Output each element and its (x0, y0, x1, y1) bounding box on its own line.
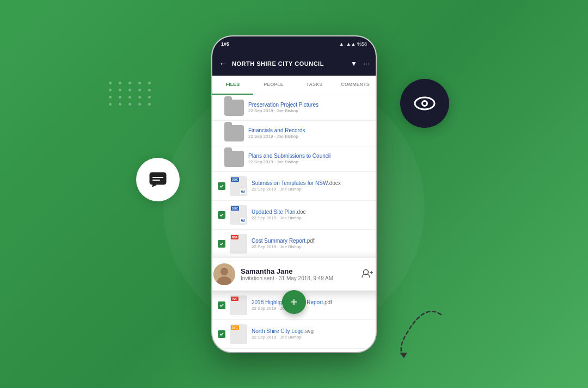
file-info: Financials and Records 22 Sep 2019 · Joe… (248, 127, 370, 139)
svg-icon: SVG (230, 324, 247, 344)
list-item[interactable]: PDF Cost Summary Report.pdf 22 Sep 2019 … (212, 230, 376, 258)
invitation-actions (362, 268, 376, 280)
filter-icon[interactable]: ▼ (351, 60, 357, 67)
message-bubble (136, 158, 180, 201)
svg-point-7 (220, 268, 228, 275)
file-info: Cost Summary Report.pdf 22 Sep 2019 · Jo… (252, 238, 370, 249)
tab-files[interactable]: FILES (212, 76, 253, 95)
file-checkbox[interactable] (218, 182, 225, 190)
pdf-icon: PDF (230, 295, 247, 315)
invitation-status: Invitation sent · 31 May 2018, 9:49 AM (241, 275, 356, 281)
svg-rect-1 (152, 177, 163, 178)
file-meta: 22 Sep 2019 · Joe Bishop (252, 187, 370, 192)
file-meta: 22 Sep 2019 · Joe Bishop (252, 335, 370, 340)
list-item[interactable]: PDF Development Application.pdf 22 Sep 2… (212, 349, 376, 352)
list-item[interactable]: SVG North Shire City Logo.svg 22 Sep 201… (212, 320, 376, 349)
file-checkbox[interactable] (218, 301, 225, 309)
file-name: Submission Templates for NSW.docx (252, 180, 370, 186)
list-item[interactable]: Preservation Project Pictures 22 Sep 201… (212, 95, 376, 121)
svg-marker-12 (400, 353, 407, 358)
file-meta: 22 Sep 2019 · Joe Bishop (248, 108, 370, 113)
page-title: NORTH SHIRE CITY COUNCIL (232, 60, 346, 67)
add-person-button[interactable] (362, 268, 373, 280)
tab-comments[interactable]: COMMENTS (335, 76, 376, 95)
tab-people[interactable]: PEOPLE (253, 76, 294, 95)
file-checkbox[interactable] (218, 330, 225, 338)
folder-icon (224, 151, 244, 167)
file-info: Submission Templates for NSW.docx 22 Sep… (252, 180, 370, 192)
top-navigation: ← NORTH SHIRE CITY COUNCIL ▼ ··· (212, 52, 376, 76)
list-item[interactable]: Financials and Records 22 Sep 2019 · Joe… (212, 121, 376, 146)
back-button[interactable]: ← (219, 59, 228, 69)
file-name: Updated Site Plan.doc (252, 209, 370, 215)
fab-add-button[interactable]: + (282, 290, 306, 314)
invitee-name: Samantha Jane (241, 267, 356, 275)
svg-point-5 (423, 102, 426, 105)
file-meta: 22 Sep 2019 · Joe Bishop (248, 134, 370, 139)
status-time: 1#5 (221, 41, 229, 47)
file-info: North Shire City Logo.svg 22 Sep 2019 · … (252, 328, 370, 340)
eye-bubble (400, 79, 449, 128)
file-checkbox[interactable] (218, 240, 225, 248)
invitation-row[interactable]: Samantha Jane Invitation sent · 31 May 2… (212, 258, 376, 291)
file-name: Cost Summary Report.pdf (252, 238, 370, 244)
file-meta: 22 Sep 2019 · Joe Bishop (252, 215, 370, 220)
svg-rect-2 (152, 180, 160, 181)
file-name: Plans and Submissions to Council (248, 153, 370, 159)
file-name: Preservation Project Pictures (248, 102, 370, 108)
doc-icon: DOC W (230, 205, 247, 225)
avatar (213, 263, 235, 285)
file-info: 2018 Highlights Board Report.pdf 22 Sep … (252, 299, 370, 311)
bg-decoration (109, 82, 154, 106)
file-meta: 22 Sep 2019 · Joe Bishop (248, 159, 370, 164)
phone-frame: 1#5 ▲▲▲ %58 ← NORTH SHIRE CITY COUNCIL ▼… (212, 36, 376, 352)
file-info: Updated Site Plan.doc 22 Sep 2019 · Joe … (252, 209, 370, 220)
list-item[interactable]: DOC W Updated Site Plan.doc 22 Sep 2019 … (212, 201, 376, 230)
list-item[interactable]: DOC W Submission Templates for NSW.docx … (212, 172, 376, 201)
folder-icon (224, 100, 244, 116)
file-name: Financials and Records (248, 127, 370, 133)
folder-icon (224, 125, 244, 141)
file-info: Preservation Project Pictures 22 Sep 201… (248, 102, 370, 113)
file-name: 2018 Highlights Board Report.pdf (252, 299, 370, 305)
tab-tasks[interactable]: TASKS (294, 76, 335, 95)
docx-icon: DOC W (230, 176, 247, 196)
invitation-info: Samantha Jane Invitation sent · 31 May 2… (241, 267, 356, 281)
invitation-card: Samantha Jane Invitation sent · 31 May 2… (212, 258, 376, 291)
pdf-icon: PDF (230, 234, 247, 254)
file-checkbox[interactable] (218, 211, 225, 219)
tab-bar: FILES PEOPLE TASKS COMMENTS (212, 76, 376, 95)
status-signal: ▲▲▲ %58 (339, 41, 367, 47)
file-info: Plans and Submissions to Council 22 Sep … (248, 153, 370, 164)
phone-notch (272, 36, 316, 46)
list-item[interactable]: Plans and Submissions to Council 22 Sep … (212, 146, 376, 172)
dashed-arrow (392, 304, 457, 358)
file-meta: 22 Sep 2019 · Joe Bishop (252, 306, 370, 311)
svg-rect-0 (150, 173, 166, 184)
file-meta: 22 Sep 2019 · Joe Bishop (252, 244, 370, 249)
more-icon[interactable]: ··· (364, 60, 369, 67)
file-name: North Shire City Logo.svg (252, 328, 370, 334)
nav-actions: ▼ ··· (351, 60, 369, 67)
